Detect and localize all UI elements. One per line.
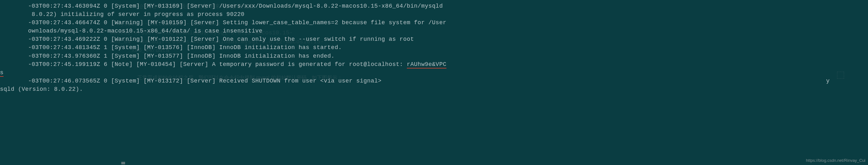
log-line: 8.0.22) initializing of server in progre…	[0, 10, 868, 18]
log-line: ownloads/mysql-8.0.22-macos10.15-x86_64/…	[0, 27, 868, 35]
trailing-char: y	[826, 77, 868, 85]
log-line: -03T00:27:43.469222Z 0 [Warning] [MY-010…	[0, 35, 868, 43]
watermark: https://blog.csdn.net/Rinvay_Cui	[806, 158, 865, 164]
log-line: -03T00:27:43.481345Z 1 [System] [MY-0135…	[0, 43, 868, 52]
ghost-image-placeholder	[837, 72, 844, 79]
log-line-continue: sqld (Version: 8.0.22).	[0, 85, 868, 93]
log-line-password: -03T00:27:45.199119Z 6 [Note] [MY-010454…	[0, 60, 868, 69]
generated-password: rAUhw9e&VPC	[407, 61, 446, 69]
log-line: -03T00:27:43.466474Z 0 [Warning] [MY-010…	[0, 18, 868, 27]
log-line: -03T00:27:46.073565Z 0 [System] [MY-0131…	[0, 77, 868, 85]
log-line-continue: s	[0, 69, 868, 77]
log-line: -03T00:27:43.463094Z 0 [System] [MY-0131…	[0, 2, 868, 10]
scrollbar-indicator	[121, 162, 125, 164]
log-line: -03T00:27:43.976360Z 1 [System] [MY-0135…	[0, 52, 868, 60]
